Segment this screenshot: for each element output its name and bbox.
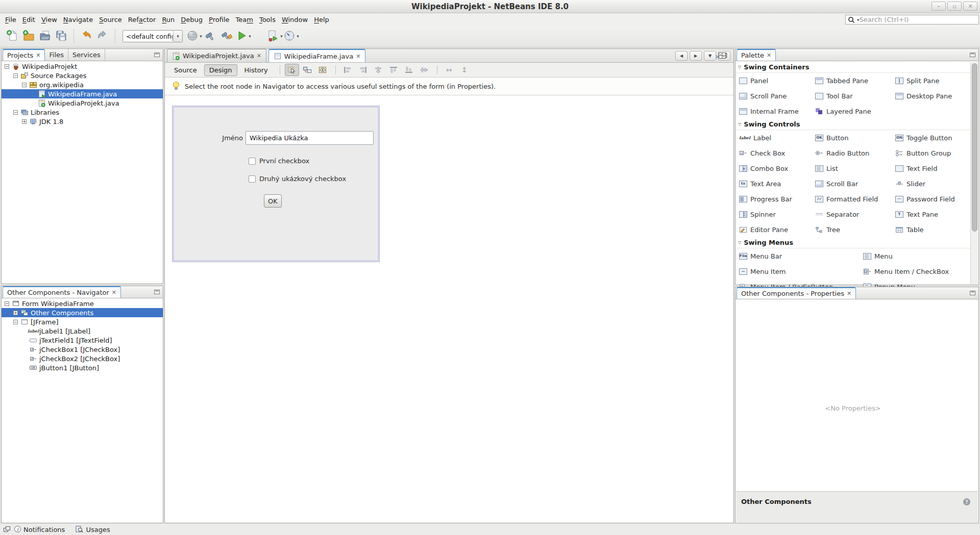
form-checkbox1[interactable]: První checkbox (249, 157, 309, 165)
tab-projects[interactable]: Projects✕ (3, 49, 45, 61)
scroll-tabs-left-button[interactable]: ◀ (675, 51, 688, 61)
palette-item-spinner[interactable]: Spinner (739, 207, 815, 222)
palette-item-tabbed-pane[interactable]: Tabbed Pane (815, 73, 895, 88)
collapse-icon[interactable]: − (13, 110, 18, 115)
palette-item-table[interactable]: Table (895, 222, 970, 237)
designed-form[interactable]: Jméno První checkbox Druhý ukázkový chec… (173, 106, 379, 262)
open-project-button[interactable] (37, 28, 53, 44)
clean-build-button[interactable] (218, 28, 235, 44)
palette-item-text-area[interactable]: txText Area (739, 176, 815, 191)
collapse-icon[interactable]: ▽ (738, 240, 741, 245)
palette-item-scroll-pane[interactable]: Scroll Pane (739, 88, 815, 104)
connection-mode-button[interactable] (300, 64, 314, 76)
undo-button[interactable] (78, 28, 94, 44)
chevron-down-icon[interactable]: ▾ (297, 34, 299, 39)
windows-icon[interactable] (3, 526, 11, 534)
menu-window[interactable]: Window (279, 15, 311, 24)
tab-navigator[interactable]: Other Components - Navigator ✕ (3, 286, 121, 298)
form-ok-button[interactable]: OK (264, 194, 282, 208)
chevron-down-icon[interactable]: ▾ (249, 34, 251, 39)
palette-item-scroll-bar[interactable]: Scroll Bar (815, 176, 895, 191)
build-button[interactable] (202, 28, 218, 44)
minimize-panel-icon[interactable] (154, 52, 160, 59)
profile-button[interactable]: ▾ (283, 28, 299, 44)
new-project-button[interactable] (20, 28, 37, 44)
scroll-tabs-right-button[interactable]: ▶ (690, 51, 702, 61)
menu-debug[interactable]: Debug (178, 15, 206, 24)
menu-source[interactable]: Source (96, 15, 125, 24)
tree-item--jframe-[interactable]: −[JFrame] (2, 317, 163, 326)
menu-edit[interactable]: Edit (19, 15, 38, 24)
selection-mode-button[interactable] (285, 64, 299, 76)
palette-item-text-pane[interactable]: TText Pane (895, 207, 970, 222)
collapse-icon[interactable]: − (5, 64, 9, 69)
tree-item-jcheckbox1-jcheckbox-[interactable]: jCheckBox1 [JCheckBox] (2, 345, 163, 354)
info-close-icon[interactable]: ✕ (715, 53, 720, 61)
close-icon[interactable]: ✕ (112, 289, 116, 296)
palette-item-password-field[interactable]: ···Password Field (895, 191, 970, 207)
expand-icon[interactable]: + (13, 311, 18, 315)
form-checkbox2[interactable]: Druhý ukázkový checkbox (249, 175, 346, 183)
tree-item-form-wikipediaframe[interactable]: −Form WikipediaFrame (2, 299, 163, 308)
align-left-button[interactable] (340, 64, 355, 76)
form-name-textfield[interactable] (246, 131, 374, 145)
resize-vertical-button[interactable]: ↕ (457, 64, 472, 76)
palette-item-menu-bar[interactable]: FileMenu Bar (739, 248, 863, 264)
help-icon[interactable]: ? (963, 498, 971, 507)
menu-view[interactable]: View (38, 15, 60, 24)
tree-item-org-wikipedia[interactable]: −org.wikipedia (2, 80, 163, 89)
palette-item-formatted-field[interactable]: /-/Formatted Field (815, 191, 895, 207)
expand-icon[interactable]: + (22, 119, 27, 124)
editor-tab-wikipediaprojekt-java[interactable]: WikipediaProjekt.java✕ (167, 49, 266, 62)
minimize-panel-icon[interactable] (969, 52, 976, 59)
save-all-button[interactable] (53, 28, 69, 44)
view-button-history[interactable]: History (239, 64, 273, 76)
checkbox-icon[interactable] (249, 175, 256, 183)
menu-help[interactable]: Help (311, 15, 332, 24)
minimize-panel-icon[interactable] (154, 289, 160, 296)
palette-item-separator[interactable]: Separator (815, 207, 895, 222)
close-icon[interactable]: ✕ (767, 52, 771, 59)
palette-item-list[interactable]: List (815, 161, 895, 176)
view-button-source[interactable]: Source (169, 64, 202, 76)
tab-palette[interactable]: Palette ✕ (737, 49, 776, 61)
palette-item-desktop-pane[interactable]: Desktop Pane (895, 88, 970, 104)
view-button-design[interactable]: Design (204, 64, 237, 76)
debug-button[interactable]: ▾ (266, 28, 283, 44)
collapse-icon[interactable]: − (5, 301, 9, 306)
search-input[interactable] (860, 16, 976, 23)
menu-navigate[interactable]: Navigate (60, 15, 96, 24)
tab-services[interactable]: Services (68, 49, 105, 61)
quick-search[interactable]: ▾ (845, 15, 979, 24)
menu-file[interactable]: File (2, 15, 19, 24)
tree-item-wikipediaframe-java[interactable]: WikipediaFrame.java (2, 89, 163, 98)
palette-item-layered-pane[interactable]: Layered Pane (815, 104, 895, 119)
menu-profile[interactable]: Profile (206, 15, 232, 24)
globe-button[interactable]: ▾ (186, 28, 202, 44)
close-button[interactable]: ✕ (963, 2, 977, 11)
tree-item-source-packages[interactable]: −Source Packages (2, 71, 163, 80)
palette-item-toggle-button[interactable]: ONToggle Button (895, 130, 970, 145)
palette-item-menu-item-checkbox[interactable]: Menu Item / CheckBox (863, 264, 970, 279)
tree-item-jtextfield1-jtextfield-[interactable]: jTextField1 [JTextField] (2, 336, 163, 345)
center-horizontal-button[interactable] (371, 64, 385, 76)
palette-item-text-field[interactable]: Text Field (895, 161, 970, 176)
palette-item-button-group[interactable]: Button Group (895, 145, 970, 161)
menu-refactor[interactable]: Refactor (125, 15, 159, 24)
palette-item-panel[interactable]: Panel (739, 73, 815, 88)
menu-run[interactable]: Run (159, 15, 178, 24)
palette-item-editor-pane[interactable]: Editor Pane (739, 222, 815, 237)
palette-item-radio-button[interactable]: Radio Button (815, 145, 895, 161)
palette-item-button[interactable]: OKButton (815, 130, 895, 145)
tab-files[interactable]: Files (45, 49, 68, 61)
palette-item-slider[interactable]: Slider (895, 176, 970, 191)
minimize-button[interactable]: – (932, 2, 946, 11)
palette-item-combo-box[interactable]: Combo Box (739, 161, 815, 176)
scrollbar-thumb[interactable] (972, 63, 977, 232)
close-icon[interactable]: ✕ (356, 53, 360, 60)
align-bottom-button[interactable] (402, 64, 416, 76)
palette-section-header[interactable]: ▽Swing Containers (736, 62, 970, 73)
tree-item-wikipediaprojekt[interactable]: −WikipediaProjekt (2, 62, 163, 71)
design-canvas[interactable]: Jméno První checkbox Druhý ukázkový chec… (165, 95, 733, 523)
palette-item-split-pane[interactable]: Split Pane (895, 73, 970, 88)
